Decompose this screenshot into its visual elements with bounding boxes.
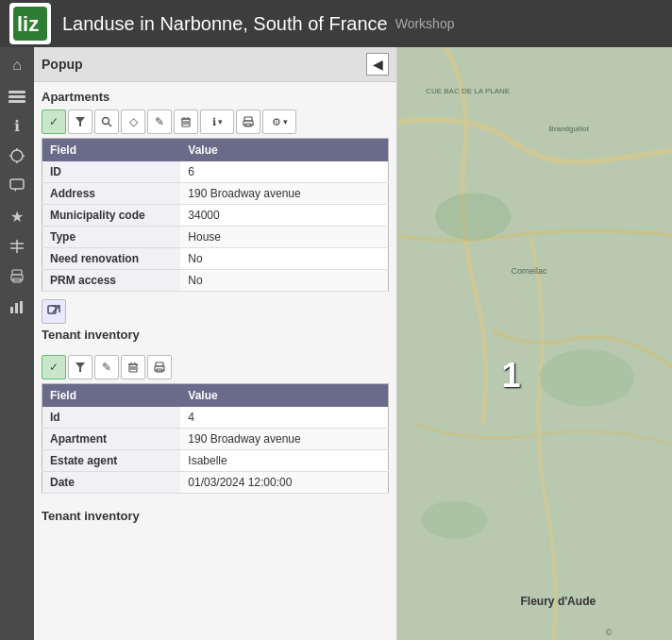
svg-rect-34	[48, 306, 56, 313]
sidebar-item-comment[interactable]	[3, 172, 31, 200]
value-cell: No	[180, 270, 388, 292]
svg-rect-19	[15, 303, 18, 313]
field-cell: Date	[42, 472, 181, 494]
value-cell: 6	[180, 161, 388, 183]
apartments-section: Apartments ✓ ◇ ✎ ℹ▾ ⚙▾	[34, 82, 396, 299]
geometry-button[interactable]: ◇	[121, 109, 145, 134]
svg-text:1: 1	[501, 356, 520, 395]
main-layout: ⌂ ℹ ★	[0, 47, 672, 640]
table-row: TypeHouse	[42, 227, 389, 248]
info-dropdown-button[interactable]: ℹ▾	[200, 109, 234, 134]
svg-rect-15	[12, 270, 22, 275]
sidebar-item-tools[interactable]	[3, 232, 31, 261]
apartments-title: Apartments	[42, 90, 389, 104]
popup-title: Popup	[42, 57, 83, 72]
header-workshop-label: Workshop	[395, 16, 455, 31]
tenant-delete-button[interactable]	[121, 355, 145, 379]
sidebar-item-print[interactable]	[3, 262, 31, 291]
value-cell: Isabelle	[180, 450, 388, 472]
tenant-field-header: Field	[42, 384, 181, 408]
svg-point-22	[103, 118, 109, 125]
sidebar-item-layers[interactable]	[3, 81, 31, 109]
zoom-button[interactable]	[94, 109, 119, 134]
table-row: Municipality code34000	[42, 205, 389, 227]
table-row: Apartment190 Broadway avenue	[42, 429, 389, 450]
tenant-filter-button[interactable]	[68, 355, 92, 379]
sidebar-item-info[interactable]: ℹ	[3, 111, 31, 140]
map-area[interactable]: CUE BAC DE LA PLANE Brandguillot Corneil…	[397, 47, 672, 640]
value-cell: 34000	[180, 205, 388, 227]
svg-rect-2	[8, 91, 25, 93]
sidebar-item-home[interactable]: ⌂	[3, 51, 31, 79]
edit-button[interactable]: ✎	[147, 109, 172, 134]
popup-panel: Popup ◀ Apartments ✓ ◇ ✎ ℹ▾	[34, 47, 397, 640]
tenant-toolbar-1: ✓ ✎	[42, 355, 389, 379]
svg-text:©: ©	[606, 628, 613, 637]
popup-back-button[interactable]: ◀	[366, 53, 389, 76]
table-row: ID6	[42, 161, 389, 183]
sidebar-item-star[interactable]: ★	[3, 202, 31, 230]
tenant-section-2: Tenant inventory	[34, 509, 396, 536]
svg-marker-11	[13, 189, 16, 192]
field-cell: PRM access	[42, 270, 181, 292]
svg-rect-44	[156, 362, 163, 366]
table-row: Id4	[42, 407, 389, 429]
app-logo: liz	[9, 3, 51, 44]
value-cell: House	[180, 227, 388, 248]
svg-point-49	[540, 349, 634, 406]
app-header: liz Landuse in Narbonne, South of France…	[0, 0, 672, 47]
svg-text:liz: liz	[17, 12, 39, 36]
field-cell: ID	[42, 161, 181, 183]
popup-header: Popup ◀	[34, 47, 396, 82]
apartments-field-header: Field	[42, 139, 181, 162]
table-row: Need renovationNo	[42, 248, 389, 270]
svg-text:Fleury d'Aude: Fleury d'Aude	[520, 595, 596, 608]
tenant-table-1: Field Value Id4Apartment190 Broadway ave…	[42, 383, 389, 494]
tenant-title-2: Tenant inventory	[42, 509, 389, 523]
table-row: Estate agentIsabelle	[42, 450, 389, 472]
svg-rect-10	[10, 179, 24, 189]
settings-dropdown-button[interactable]: ⚙▾	[262, 109, 296, 134]
table-row: Date01/03/2024 12:00:00	[42, 472, 389, 494]
filter-button[interactable]	[68, 109, 92, 134]
value-cell: 01/03/2024 12:00:00	[180, 472, 388, 494]
field-cell: Municipality code	[42, 205, 181, 227]
tenant-table-section-1: ✓ ✎ Field Value	[34, 355, 396, 509]
svg-text:Brandguillot: Brandguillot	[549, 125, 590, 133]
field-cell: Address	[42, 183, 181, 205]
page-title: Landuse in Narbonne, South of France	[62, 13, 388, 35]
tenant-link-button[interactable]	[42, 299, 66, 324]
svg-rect-20	[20, 301, 23, 313]
check-button[interactable]: ✓	[42, 109, 66, 134]
value-cell: 190 Broadway avenue	[180, 429, 388, 450]
svg-rect-4	[8, 100, 25, 103]
value-cell: 190 Broadway avenue	[180, 183, 388, 205]
tenant-check-button[interactable]: ✓	[42, 355, 66, 379]
field-cell: Need renovation	[42, 248, 181, 270]
apartments-toolbar: ✓ ◇ ✎ ℹ▾ ⚙▾	[42, 109, 389, 134]
tenant-link-label: Tenant inventory	[42, 328, 389, 342]
table-row: Address190 Broadway avenue	[42, 183, 389, 205]
tenant-value-header: Value	[180, 384, 388, 408]
field-cell: Apartment	[42, 429, 181, 450]
print-button[interactable]	[236, 109, 260, 134]
tenant-link-section: Tenant inventory	[34, 299, 396, 355]
svg-point-50	[421, 501, 487, 539]
left-sidebar: ⌂ ℹ ★	[0, 47, 34, 640]
field-cell: Id	[42, 407, 181, 429]
tenant-print-button[interactable]	[147, 355, 172, 379]
delete-button[interactable]	[174, 109, 198, 134]
svg-text:CUE BAC DE LA PLANE: CUE BAC DE LA PLANE	[426, 87, 510, 95]
value-cell: No	[180, 248, 388, 270]
field-cell: Type	[42, 227, 181, 248]
svg-point-48	[435, 193, 511, 240]
svg-marker-21	[76, 117, 85, 126]
tenant-edit-button[interactable]: ✎	[94, 355, 119, 379]
sidebar-item-chart[interactable]	[3, 293, 31, 321]
field-cell: Estate agent	[42, 450, 181, 472]
table-row: PRM accessNo	[42, 270, 389, 292]
sidebar-item-locate[interactable]	[3, 142, 31, 170]
value-cell: 4	[180, 407, 388, 429]
svg-point-5	[11, 150, 23, 161]
svg-marker-36	[76, 362, 85, 372]
